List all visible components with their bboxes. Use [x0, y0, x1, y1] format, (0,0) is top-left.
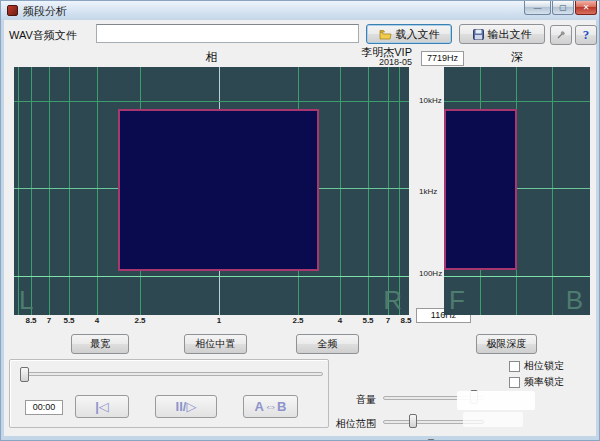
close-button[interactable]: ✕ — [575, 1, 597, 15]
x-tick-label: 5.5 — [362, 316, 373, 325]
player-groupbox: 00:00 |◁II/▷A⇔B — [9, 359, 329, 428]
time-display: 00:00 — [25, 400, 63, 415]
help-button[interactable]: ? — [575, 25, 597, 45]
seek-slider-thumb[interactable] — [20, 367, 29, 382]
gridline-vertical — [340, 67, 341, 315]
checkbox-box — [509, 361, 520, 372]
slider-label: 相位范围 — [316, 417, 376, 431]
left-panel-title: 相 — [14, 49, 409, 66]
help-question-icon: ? — [583, 27, 590, 43]
checkbox-2[interactable]: 频率锁定 — [509, 375, 564, 389]
corner-label-right: R — [383, 287, 402, 313]
checkbox-label: 频率锁定 — [524, 375, 564, 389]
folder-open-icon — [379, 29, 392, 40]
minimize-button[interactable]: — — [524, 1, 551, 15]
corner-label-left: L — [19, 287, 33, 313]
title-bar[interactable]: 频段分析 — ▢ ✕ — [1, 1, 599, 20]
x-tick-label: 1 — [217, 316, 221, 325]
white-overlay — [463, 412, 523, 427]
preset-button-1[interactable]: 最宽 — [71, 334, 129, 354]
settings-button[interactable] — [550, 25, 572, 45]
preset-button-4[interactable]: 极限深度 — [476, 334, 537, 354]
preset-button-3[interactable]: 全频 — [296, 334, 359, 354]
skip-start-button[interactable]: |◁ — [75, 395, 129, 418]
gridline-vertical — [18, 67, 19, 315]
load-file-label: 载入文件 — [396, 27, 440, 42]
checkbox-label: 相位锁定 — [524, 359, 564, 373]
phase-display-panel[interactable]: LR — [14, 67, 409, 315]
x-tick-label: 7 — [386, 316, 390, 325]
client-area: WAV音频文件 载入文件 输出文件 ? 相 — [4, 20, 596, 436]
depth-display-panel[interactable]: FB — [444, 67, 590, 315]
corner-label-back: B — [566, 287, 583, 313]
preset-button-2[interactable]: 相位中置 — [184, 334, 247, 354]
spectral-region-box — [118, 109, 319, 271]
window-title: 频段分析 — [23, 4, 67, 19]
gridline-vertical — [97, 67, 98, 315]
corner-label-front: F — [449, 287, 465, 313]
x-tick-label: 8.5 — [25, 316, 36, 325]
gridline-vertical — [31, 67, 32, 315]
gridline-horizontal — [14, 101, 409, 102]
right-panel-title: 深 — [444, 49, 590, 66]
app-icon — [7, 5, 18, 16]
gridline-vertical — [368, 67, 369, 315]
load-file-button[interactable]: 载入文件 — [366, 24, 452, 44]
frequency-axis-label: 1kHz — [419, 187, 437, 196]
play-pause-button[interactable]: II/▷ — [155, 395, 217, 418]
wrench-icon — [557, 29, 565, 41]
app-window: 频段分析 — ▢ ✕ WAV音频文件 载入文件 输出文件 — [0, 0, 600, 441]
x-tick-label: 7 — [47, 316, 51, 325]
x-tick-label: 8.5 — [400, 316, 411, 325]
gridline-vertical — [69, 67, 70, 315]
x-tick-label: 5.5 — [63, 316, 74, 325]
gridline-vertical — [388, 67, 389, 315]
wav-file-input[interactable] — [96, 24, 359, 43]
frequency-readout-top: 7719Hz — [421, 51, 464, 66]
gridline-vertical — [552, 67, 553, 315]
ab-loop-button[interactable]: A⇔B — [243, 395, 298, 418]
gridline-vertical — [49, 67, 50, 315]
gridline-vertical — [399, 67, 400, 315]
x-tick-label: 2.5 — [292, 316, 303, 325]
checkbox-1[interactable]: 相位锁定 — [509, 359, 564, 373]
export-file-button[interactable]: 输出文件 — [459, 24, 545, 44]
maximize-button[interactable]: ▢ — [552, 1, 574, 15]
x-tick-label: 2.5 — [134, 316, 145, 325]
frequency-axis-label: 100Hz — [419, 269, 442, 278]
watermark-date: 2018-05 — [353, 57, 412, 67]
frequency-axis-label: 10kHz — [419, 96, 442, 105]
gridline-horizontal — [14, 276, 409, 277]
x-tick-label: 4 — [338, 316, 342, 325]
save-disk-icon — [473, 29, 484, 40]
seek-slider-track[interactable] — [20, 372, 323, 376]
export-file-label: 输出文件 — [488, 27, 532, 42]
gridline-horizontal — [444, 101, 590, 102]
file-label: WAV音频文件 — [9, 28, 77, 43]
spectral-region-box — [444, 109, 517, 270]
checkbox-box — [509, 377, 520, 388]
gridline-horizontal — [444, 276, 590, 277]
slider-label: 音量 — [316, 393, 376, 407]
white-overlay — [457, 391, 535, 410]
slider-thumb-2[interactable] — [409, 414, 417, 428]
x-tick-label: 4 — [95, 316, 99, 325]
